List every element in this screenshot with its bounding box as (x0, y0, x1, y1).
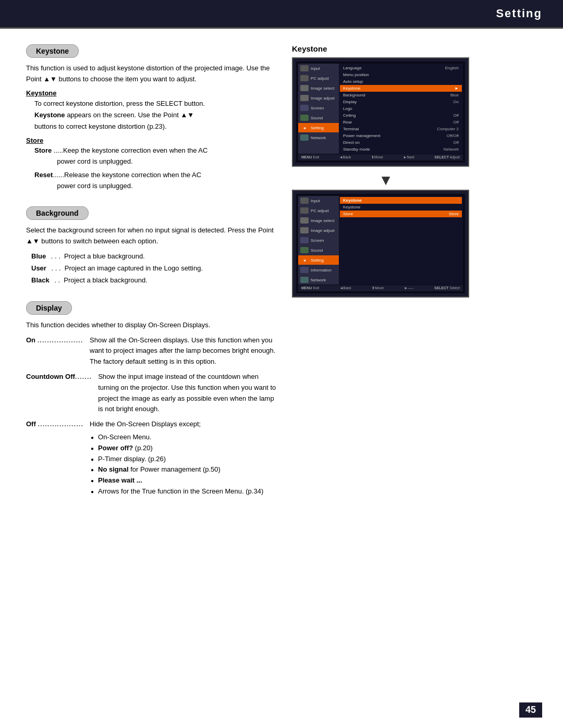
osd-b-sidebar-imgsel: Image select (298, 216, 339, 225)
input-icon (300, 65, 309, 71)
bg-option-user: User . . . Project an image captured in … (31, 262, 276, 274)
osd-b-sidebar-sound: Sound (298, 245, 339, 255)
osd-item-language: LanguageEnglish (340, 65, 462, 71)
osd-b-sidebar-imgadj: Image adjust (298, 226, 339, 235)
store-title: Store (26, 137, 276, 144)
osd-bottom-bottom-bar: MENU Exit ◄Back ⬆Move ►----- SELECT Sele… (298, 285, 463, 291)
display-section: Display This function decides whether to… (26, 301, 276, 497)
bullet-ptimer: P-Timer display. (p.26) (98, 454, 276, 465)
off-bullets: On-Screen Menu. Power off? (p.20) P-Time… (90, 432, 276, 497)
main-content: Keystone This function is used to adjust… (0, 29, 563, 527)
osd-item-menupos: Menu position (340, 71, 462, 78)
background-badge: Background (26, 206, 89, 220)
b-input-icon (300, 198, 309, 204)
osd-sidebar-pcadjust: PC adjust (298, 73, 339, 83)
osd-top-grid: Input PC adjust Image select Image (298, 64, 463, 154)
left-column: Keystone This function is used to adjust… (26, 44, 276, 512)
store-block: Store .....Keep the keystone correction … (26, 145, 276, 192)
osd-item-standby: Standby modeNetwork (340, 146, 462, 153)
osd-sidebar-setting: ◄ Setting (298, 123, 339, 132)
keystone-intro: This function is used to adjust keystone… (26, 63, 276, 85)
osd-item-ceiling: CeilingOff (340, 112, 462, 119)
osd-sidebar-screen: Screen (298, 103, 339, 113)
b-sound-icon (300, 247, 309, 253)
osd-item-directon: Direct onOff (340, 139, 462, 146)
b-imgadj-icon (300, 227, 309, 233)
display-intro: This function decides whether to display… (26, 320, 276, 331)
osd-submenu-header: Keystone (340, 197, 462, 204)
bg-option-black: Black . . Project a black background. (31, 274, 276, 286)
osd-item-logo: Logo (340, 105, 462, 112)
display-options: On ................... Show all the On-S… (26, 335, 276, 497)
osd-sidebar-network: Network (298, 133, 339, 142)
osd-b-sidebar-screen: Screen (298, 236, 339, 245)
screen-icon (300, 105, 309, 111)
osd-sidebar-imgadj: Image adjust (298, 93, 339, 103)
imgsel-icon (300, 85, 309, 91)
background-section: Background Select the background screen … (26, 206, 276, 287)
right-column: Keystone Input PC adjust (292, 44, 480, 512)
osd-down-arrow: ▼ (292, 173, 480, 188)
osd-b-sidebar-network: Network (298, 275, 339, 285)
osd-sidebar-sound: Sound (298, 113, 339, 122)
osd-top-panel: LanguageEnglish Menu position Auto setup… (339, 64, 463, 154)
bullet-poweroff: Power off? (p.20) (98, 443, 276, 454)
osd-item-terminal: TerminalComputer 2 (340, 126, 462, 132)
imgadj-icon (300, 95, 309, 101)
page-number-container: 45 (519, 702, 542, 718)
osd-bottom-panel: Keystone Keystone StoreStore (339, 196, 463, 285)
page-header: Setting (0, 0, 563, 27)
b-network-icon (300, 277, 309, 283)
page-number: 45 (519, 702, 542, 718)
osd-sub-store: StoreStore (340, 211, 462, 217)
page-title: Setting (496, 7, 542, 20)
osd-top-screen: Input PC adjust Image select Image (292, 57, 469, 167)
background-intro: Select the background screen for when no… (26, 225, 276, 247)
osd-top-label: Keystone (292, 44, 480, 53)
sound-icon (300, 115, 309, 121)
display-countdown-row: Countdown Off....... Show the input imag… (26, 372, 276, 415)
background-options: Blue . . . Project a blue background. Us… (26, 250, 276, 287)
osd-top-sidebar: Input PC adjust Image select Image (298, 64, 339, 154)
osd-sub-keystone: Keystone (340, 204, 462, 211)
pc-icon (300, 75, 309, 81)
osd-b-sidebar-input: Input (298, 196, 339, 205)
display-off-row: Off ................... Hide the On-Scre… (26, 419, 276, 497)
b-info-icon (300, 267, 309, 273)
bullet-pleasewait: Please wait ... (98, 475, 276, 486)
keystone-section: Keystone This function is used to adjust… (26, 44, 276, 192)
bullet-onscreen: On-Screen Menu. (98, 432, 276, 443)
osd-item-display: DisplayOn (340, 98, 462, 105)
osd-bottom-sidebar: Input PC adjust Image select Image (298, 196, 339, 285)
osd-item-keystone: Keystone► (340, 85, 462, 92)
b-setting-icon: ◄ (300, 257, 309, 263)
osd-b-sidebar-pcadjust: PC adjust (298, 206, 339, 215)
b-screen-icon (300, 237, 309, 243)
b-imgsel-icon (300, 217, 309, 224)
osd-b-sidebar-setting: ◄ Setting (298, 255, 339, 265)
osd-sidebar-input: Input (298, 64, 339, 73)
reset-text: Reset......Release the keystone correcti… (34, 170, 276, 192)
osd-item-powermgmt: Power managementOff/Off (340, 132, 462, 139)
osd-sidebar-imgsel: Image select (298, 83, 339, 93)
bg-option-blue: Blue . . . Project a blue background. (31, 250, 276, 262)
keystone-badge: Keystone (26, 44, 79, 58)
b-pc-icon (300, 207, 309, 214)
keystone-sub-text: To correct keystone distortion, press th… (26, 98, 276, 132)
osd-b-sidebar-info: Information (298, 265, 339, 275)
osd-bottom-grid: Input PC adjust Image select Image (298, 196, 463, 285)
osd-item-rear: RearOff (340, 119, 462, 126)
osd-top-bottom-bar: MENU Exit ◄Back ⬆Move ►Next SELECT Adjus… (298, 154, 463, 161)
setting-icon: ◄ (300, 125, 309, 131)
store-text: Store .....Keep the keystone correction … (34, 145, 276, 167)
osd-item-background: BackgroundBlue (340, 92, 462, 98)
bullet-arrows: Arrows for the True function in the Scre… (98, 486, 276, 497)
network-icon (300, 134, 309, 141)
osd-bottom-screen: Input PC adjust Image select Image (292, 190, 469, 298)
display-on-row: On ................... Show all the On-S… (26, 335, 276, 367)
osd-item-autosetup: Auto setup (340, 78, 462, 85)
display-badge: Display (26, 301, 72, 315)
keystone-sub-title: Keystone (26, 89, 276, 97)
bullet-nosignal: No signal for Power management (p.50) (98, 464, 276, 475)
